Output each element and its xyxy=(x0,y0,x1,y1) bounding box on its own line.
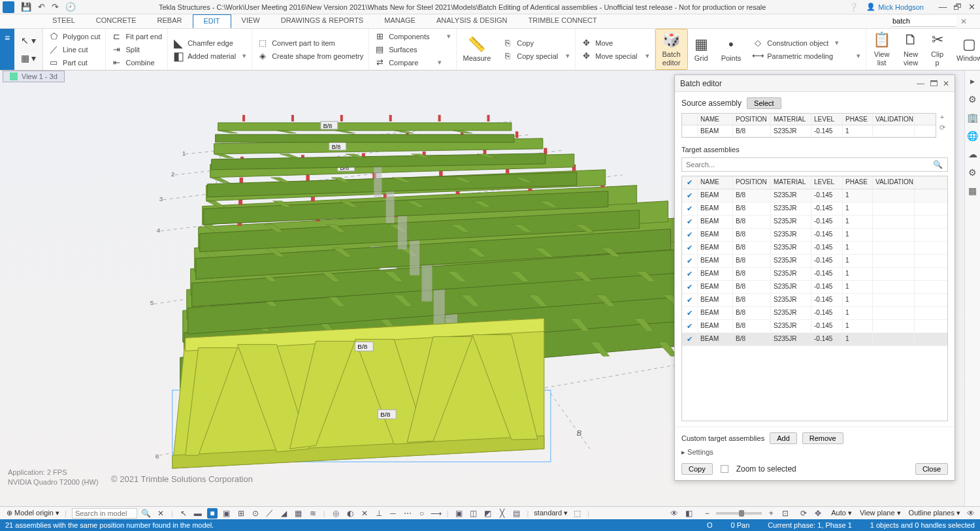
snap-mid-icon[interactable]: ◐ xyxy=(345,508,355,519)
row-check-icon[interactable]: ✔ xyxy=(687,309,693,317)
copy-special[interactable]: ⎘Copy special▾ xyxy=(501,50,571,62)
line-cut[interactable]: ／Line cut xyxy=(47,44,101,56)
history-icon[interactable]: 🕘 xyxy=(65,2,76,12)
copy[interactable]: ⎘Copy xyxy=(501,37,571,49)
target-row[interactable]: ✔ BEAMB/8 S235JR-0.145 1 xyxy=(682,255,947,268)
auto-dropdown[interactable]: Auto ▾ xyxy=(831,509,852,517)
move-special[interactable]: ✥Move special▾ xyxy=(580,50,650,62)
chamfer-edge[interactable]: ◣Chamfer edge xyxy=(172,37,248,49)
snap-int-icon[interactable]: ✕ xyxy=(359,508,370,519)
snap-center-icon[interactable]: ○ xyxy=(417,508,427,519)
window-button[interactable]: ▢Window xyxy=(950,29,980,70)
ortho-indicator[interactable]: O xyxy=(707,521,713,529)
tab-steel[interactable]: STEEL xyxy=(42,14,86,28)
measure-button[interactable]: 📏Measure xyxy=(457,29,498,70)
tab-edit[interactable]: EDIT xyxy=(193,14,231,28)
model-search-input[interactable] xyxy=(72,508,137,519)
tab-analysis[interactable]: ANALYSIS & DESIGN xyxy=(426,14,518,28)
components[interactable]: ⊞Components▾ xyxy=(373,31,451,42)
tab-drawings[interactable]: DRAWINGS & REPORTS xyxy=(270,14,374,28)
grid-button[interactable]: ▦Grid xyxy=(688,29,715,70)
snap-end-icon[interactable]: ◎ xyxy=(331,508,341,519)
hide-icon[interactable]: 👁 xyxy=(966,508,976,519)
globe-icon[interactable]: 🌐 xyxy=(967,131,978,141)
clear-model-search-icon[interactable]: ✕ xyxy=(155,508,166,519)
layers-icon[interactable]: 🏢 xyxy=(967,112,978,123)
row-check-icon[interactable]: ✔ xyxy=(687,296,693,304)
snap-ext-icon[interactable]: ⟶ xyxy=(431,508,442,519)
filter-toggle-icon[interactable]: ⬚ xyxy=(572,508,582,519)
compare[interactable]: ⇄Compare▾ xyxy=(373,57,451,69)
target-row[interactable]: ✔ BEAMB/8 S235JR-0.145 1 xyxy=(682,320,947,333)
ribbon-search-input[interactable] xyxy=(891,16,956,27)
remove-button[interactable]: Remove xyxy=(802,432,843,444)
target-row[interactable]: ✔ BEAMB/8 S235JR-0.145 1 xyxy=(682,333,947,346)
tab-view[interactable]: VIEW xyxy=(231,14,270,28)
tab-rebar[interactable]: REBAR xyxy=(147,14,193,28)
sel-cursor-icon[interactable]: ↖ xyxy=(178,508,189,519)
row-check-icon[interactable]: ✔ xyxy=(687,257,693,265)
snap-line-icon[interactable]: ─ xyxy=(388,508,399,519)
polygon-cut[interactable]: ⬠Polygon cut xyxy=(47,31,101,42)
search-icon[interactable]: 🔍 xyxy=(933,160,943,169)
close-window-icon[interactable]: ✕ xyxy=(966,2,977,12)
filter-task-icon[interactable]: ◩ xyxy=(482,508,493,519)
points-button[interactable]: •Points xyxy=(715,29,748,70)
target-row[interactable]: ✔ BEAMB/8 S235JR-0.145 1 xyxy=(682,281,947,294)
copy-button[interactable]: Copy xyxy=(681,463,713,475)
new-view-button[interactable]: 🗋New view xyxy=(897,29,924,70)
target-row[interactable]: ✔ BEAMB/8 S235JR-0.145 1 xyxy=(682,229,947,242)
row-check-icon[interactable]: ✔ xyxy=(687,335,693,343)
filter-surf-icon[interactable]: ▤ xyxy=(511,508,521,519)
refresh-source-icon[interactable]: ⟳ xyxy=(936,123,948,134)
zoom-in-icon[interactable]: + xyxy=(766,508,776,519)
row-check-icon[interactable]: ✔ xyxy=(687,322,693,330)
check-all[interactable]: ✔ xyxy=(687,178,693,186)
search-model-icon[interactable]: 🔍 xyxy=(141,508,152,519)
filter-ref-icon[interactable]: ◫ xyxy=(468,508,478,519)
target-row[interactable]: ✔ BEAMB/8 S235JR-0.145 1 xyxy=(682,268,947,281)
visibility-icon[interactable]: 👁 xyxy=(669,508,679,519)
panel-close-icon[interactable]: ✕ xyxy=(943,79,949,88)
parametric-modeling[interactable]: ⟷Parametric modeling▾ xyxy=(751,50,862,62)
sel-assembly-icon[interactable]: ■ xyxy=(207,508,218,519)
undo-icon[interactable]: ↶ xyxy=(38,2,45,12)
tab-manage[interactable]: MANAGE xyxy=(374,14,426,28)
expand-icon[interactable]: ▸ xyxy=(970,76,975,86)
col-material[interactable]: MATERIAL xyxy=(771,114,811,125)
minimize-icon[interactable]: — xyxy=(937,2,949,12)
selection-filter-dropdown[interactable]: standard ▾ xyxy=(534,509,568,517)
select-button[interactable]: Select xyxy=(747,97,781,109)
sel-edge-icon[interactable]: ／ xyxy=(265,508,275,519)
combine[interactable]: ⇤Combine xyxy=(110,57,163,69)
sel-grid-icon[interactable]: ⊞ xyxy=(236,508,246,519)
zoom-slider[interactable] xyxy=(739,510,744,517)
sel-face-icon[interactable]: ◢ xyxy=(279,508,289,519)
origin-dropdown[interactable]: ⊕ Model origin ▾ xyxy=(7,509,59,517)
col-position[interactable]: POSITION xyxy=(733,114,771,125)
target-row[interactable]: ✔ BEAMB/8 S235JR-0.145 1 xyxy=(682,294,947,307)
sel-part-icon[interactable]: ▬ xyxy=(193,508,203,519)
restore-icon[interactable]: 🗗 xyxy=(951,2,963,12)
zoom-out-icon[interactable]: − xyxy=(702,508,712,519)
rotate-icon[interactable]: ⟳ xyxy=(798,508,809,519)
row-check-icon[interactable]: ✔ xyxy=(687,217,693,225)
user-label[interactable]: 👤 Mick Hodgson xyxy=(866,3,924,11)
view-tab[interactable]: View 1 - 3d xyxy=(3,71,65,82)
added-material[interactable]: ◧Added material▾ xyxy=(172,50,248,62)
help-icon[interactable]: ❔ xyxy=(849,3,858,12)
redo-icon[interactable]: ↷ xyxy=(52,2,59,12)
fit-part-end[interactable]: ⊏Fit part end xyxy=(110,31,163,42)
move[interactable]: ✥Move xyxy=(580,37,650,49)
col-name[interactable]: NAME xyxy=(698,114,733,125)
render-mode-icon[interactable]: ◧ xyxy=(683,508,694,519)
select-mode-icon[interactable]: ▦ ▾ xyxy=(21,53,37,63)
col-level[interactable]: LEVEL xyxy=(811,114,843,125)
part-cut[interactable]: ▭Part cut xyxy=(47,57,101,69)
panel-maximize-icon[interactable]: 🗖 xyxy=(930,79,938,88)
settings-expander[interactable]: ▸ Settings xyxy=(681,448,948,457)
create-shape[interactable]: ◈Create shape from geometry xyxy=(256,50,365,62)
snap-settings-icon[interactable]: ⚙ xyxy=(968,94,977,105)
close-button[interactable]: Close xyxy=(915,463,948,475)
sel-point-icon[interactable]: ⊙ xyxy=(250,508,261,519)
